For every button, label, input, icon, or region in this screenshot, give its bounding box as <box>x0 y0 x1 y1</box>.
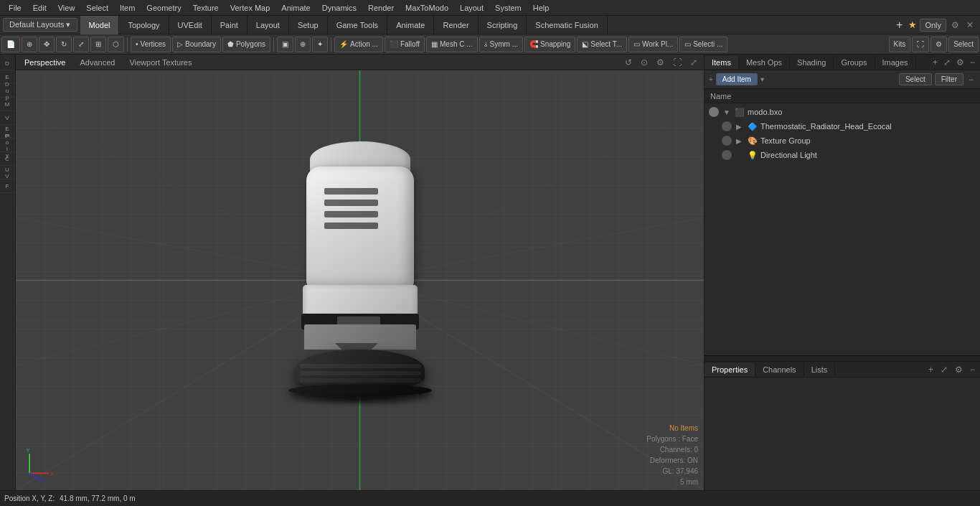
tree-item-thermostatic[interactable]: ▶ 🔷 Thermostatic_Radiator_Head_Ecocal <box>705 119 980 133</box>
viewport-options-btn[interactable]: ⚙ <box>930 37 947 52</box>
polygons-button[interactable]: ⬟ Polygons <box>222 37 270 52</box>
left-tool-f[interactable]: F <box>0 180 14 193</box>
boundary-button[interactable]: ▷ Boundary <box>172 37 221 52</box>
tree-item-modo-bxo[interactable]: ▼ ⬛ modo.bxo <box>705 105 980 119</box>
poly-btn[interactable]: ⬡ <box>108 37 124 52</box>
scale-btn[interactable]: ⤢ <box>73 37 89 52</box>
filter-items-button[interactable]: Filter <box>935 73 963 85</box>
new-file-btn[interactable]: 📄 <box>1 37 20 52</box>
left-tool-dup[interactable]: Dup <box>0 85 14 98</box>
menu-item[interactable]: Item <box>114 2 141 14</box>
menu-dynamics[interactable]: Dynamics <box>316 2 362 14</box>
menu-geometry[interactable]: Geometry <box>141 2 187 14</box>
viewport-gear-icon[interactable]: ⚙ <box>654 57 666 67</box>
left-tool-mesh[interactable]: M <box>0 98 14 111</box>
tab-paint[interactable]: Paint <box>212 16 248 34</box>
action-button[interactable]: ⚡ Action ... <box>334 37 383 52</box>
symm-button[interactable]: ⫰ Symm ... <box>479 37 523 52</box>
tree-scrollbar[interactable] <box>705 355 980 361</box>
menu-vertex-map[interactable]: Vertex Map <box>225 2 276 14</box>
tab-model[interactable]: Model <box>80 16 120 34</box>
menu-view[interactable]: View <box>52 2 81 14</box>
panel-minus-icon[interactable]: − <box>968 57 977 67</box>
tab-animate[interactable]: Animate <box>387 16 434 34</box>
viewport-tab-textures[interactable]: Viewport Textures <box>125 57 196 68</box>
viewport-expand-icon[interactable]: ⤢ <box>688 57 699 67</box>
shapes-btn[interactable]: ⊕ <box>22 37 37 52</box>
special-btn[interactable]: ✦ <box>312 37 328 52</box>
menu-system[interactable]: System <box>489 2 527 14</box>
tab-layout[interactable]: Layout <box>248 16 289 34</box>
left-tool-d[interactable]: D <box>0 57 14 70</box>
tab-groups[interactable]: Groups <box>834 56 875 69</box>
tab-channels[interactable]: Channels <box>755 363 804 376</box>
props-plus-icon[interactable]: + <box>926 365 936 375</box>
left-tool-v[interactable]: V <box>0 112 14 125</box>
selecti-button[interactable]: ▭ Selecti ... <box>679 37 727 52</box>
tab-game-tools[interactable]: Game Tools <box>328 16 388 34</box>
mesh-button[interactable]: ▦ Mesh C ... <box>426 37 478 52</box>
expander-1[interactable]: ▼ <box>723 108 732 116</box>
tab-images[interactable]: Images <box>875 56 916 69</box>
rotate-btn[interactable]: ↻ <box>56 37 72 52</box>
kits-button[interactable]: Kits <box>889 37 911 52</box>
panel-settings-icon[interactable]: ⚙ <box>954 57 966 67</box>
select-t-button[interactable]: ⬕ Select T... <box>577 37 627 52</box>
tab-render[interactable]: Render <box>434 16 478 34</box>
menu-texture[interactable]: Texture <box>187 2 225 14</box>
visibility-dot-2[interactable] <box>722 121 732 131</box>
layout-close-icon[interactable]: ✕ <box>964 20 976 30</box>
tab-properties[interactable]: Properties <box>705 363 755 376</box>
menu-select[interactable]: Select <box>80 2 114 14</box>
viewport-reset-icon[interactable]: ↺ <box>623 57 634 67</box>
viewport-camera-icon[interactable]: ⊙ <box>639 57 650 67</box>
menu-layout[interactable]: Layout <box>454 2 489 14</box>
menu-animate[interactable]: Animate <box>275 2 316 14</box>
mode-button[interactable]: ▣ <box>277 37 293 52</box>
panel-add-icon[interactable]: + <box>930 57 940 67</box>
menu-file[interactable]: File <box>3 2 27 14</box>
expander-3[interactable]: ▶ <box>736 137 745 145</box>
tab-topology[interactable]: Topology <box>119 16 169 34</box>
vertices-button[interactable]: • Vertices <box>131 37 171 52</box>
tab-schematic-fusion[interactable]: Schematic Fusion <box>527 16 607 34</box>
select-items-button[interactable]: Select <box>899 73 932 85</box>
add-layout-button[interactable]: + <box>893 19 905 32</box>
viewport[interactable]: Perspective Advanced Viewport Textures ↺… <box>16 55 704 490</box>
tab-lists[interactable]: Lists <box>804 363 836 376</box>
tab-setup[interactable]: Setup <box>289 16 328 34</box>
transform-btn[interactable]: ⊞ <box>90 37 106 52</box>
expander-2[interactable]: ▶ <box>736 123 745 131</box>
add-item-button[interactable]: Add Item <box>716 73 758 85</box>
select-button-right[interactable]: Select <box>948 37 979 52</box>
viewport-canvas[interactable]: X Y Z No Items Polygons : Face Channels:… <box>16 70 704 490</box>
visibility-dot-3[interactable] <box>722 136 732 146</box>
menu-render[interactable]: Render <box>362 2 400 14</box>
left-tool-poly[interactable]: Poly <box>0 139 14 152</box>
viewport-maximize-btn[interactable]: ⛶ <box>912 37 929 52</box>
tab-scripting[interactable]: Scripting <box>479 16 527 34</box>
layout-settings-icon[interactable]: ⚙ <box>949 20 961 30</box>
items-tree[interactable]: ▼ ⬛ modo.bxo ▶ 🔷 Thermostatic_Radiator_H… <box>705 103 980 355</box>
viewport-tab-perspective[interactable]: Perspective <box>20 57 70 68</box>
visibility-dot-4[interactable] <box>722 150 732 160</box>
snap-btn[interactable]: ⊕ <box>295 37 311 52</box>
props-settings-icon[interactable]: ⚙ <box>953 365 965 375</box>
menu-maxtomodo[interactable]: MaxToModo <box>400 2 454 14</box>
viewport-lock-icon[interactable]: ⛶ <box>671 57 684 67</box>
viewport-tab-advanced[interactable]: Advanced <box>75 57 119 68</box>
visibility-dot-1[interactable] <box>709 107 719 117</box>
panel-expand-icon[interactable]: ⤢ <box>941 57 953 67</box>
left-tool-uv[interactable]: UV <box>0 167 14 179</box>
menu-edit[interactable]: Edit <box>27 2 52 14</box>
props-expand-icon[interactable]: ⤢ <box>938 365 950 375</box>
layout-dropdown[interactable]: Default Layouts ▾ <box>3 18 77 32</box>
move-btn[interactable]: ✥ <box>39 37 55 52</box>
menu-help[interactable]: Help <box>527 2 555 14</box>
tree-item-directional-light[interactable]: 💡 Directional Light <box>705 148 980 162</box>
snapping-button[interactable]: 🧲 Snapping <box>524 37 575 52</box>
left-tool-c[interactable]: C <box>0 153 14 166</box>
star-button[interactable]: ★ <box>908 19 917 30</box>
tab-uvedit[interactable]: UVEdit <box>169 16 212 34</box>
work-pl-button[interactable]: ▭ Work Pl... <box>628 37 678 52</box>
